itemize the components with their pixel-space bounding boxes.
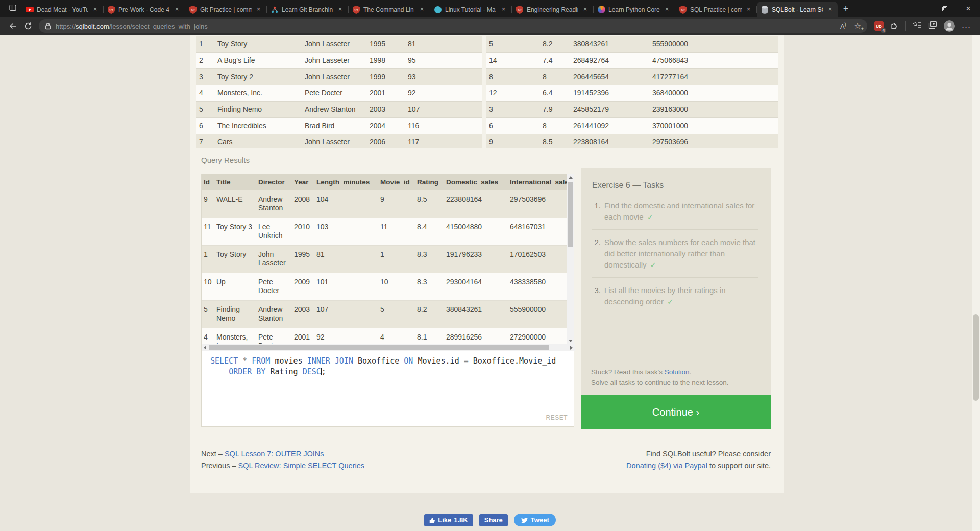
browser-tab[interactable]: Dead Meat - YouTu × — [22, 2, 103, 17]
table-row: 1Toy StoryJohn Lasseter199581 — [196, 36, 482, 52]
results-table: Id Title Director Year Length_minutes Mo… — [202, 174, 567, 344]
lock-icon — [45, 22, 51, 30]
extension-count-badge: 4 — [881, 28, 886, 33]
task-number: 2. — [592, 237, 601, 271]
previous-lesson-link[interactable]: SQL Review: Simple SELECT Queries — [238, 462, 364, 470]
facebook-share-button[interactable]: Share — [479, 514, 508, 526]
column-header: Id — [202, 174, 214, 190]
close-tab-icon[interactable]: × — [336, 6, 344, 13]
close-tab-icon[interactable]: × — [826, 6, 834, 13]
browser-tab[interactable]: </> The Command Lin × — [349, 2, 429, 17]
tab-title: Learn Git Branching — [282, 6, 333, 13]
reset-button[interactable]: RESET — [546, 414, 568, 421]
vertical-scroll-thumb[interactable] — [568, 182, 573, 247]
table-row: 68261441092370001000 — [486, 117, 778, 134]
check-icon: ✓ — [667, 297, 674, 306]
close-tab-icon[interactable]: × — [745, 6, 752, 13]
column-header: Length_minutes — [314, 174, 378, 190]
tab-actions-button[interactable] — [4, 1, 21, 16]
check-icon: ✓ — [647, 212, 654, 221]
close-tab-icon[interactable]: × — [581, 6, 589, 13]
page: 1Toy StoryJohn Lasseter1995812A Bug's Li… — [0, 35, 980, 531]
browser-tab[interactable]: </> Pre-Work - Code 4 × — [104, 2, 184, 17]
task-text: Find the domestic and international sale… — [604, 200, 758, 223]
task-item: 1. Find the domestic and international s… — [592, 193, 758, 229]
table-row: 10UpPete Docter2009101108.32930041644383… — [202, 273, 567, 301]
thumb-up-icon — [429, 517, 435, 523]
tab-title: The Command Lin — [363, 6, 415, 13]
scroll-left-icon[interactable] — [202, 344, 208, 351]
table-row: 4Monsters, Inc.Pete Docter20019248.12899… — [202, 328, 567, 345]
close-tab-icon[interactable]: × — [500, 6, 507, 13]
scroll-up-icon[interactable] — [567, 174, 574, 181]
continue-button[interactable]: Continue › — [581, 395, 771, 429]
tab-title: Dead Meat - YouTu — [37, 6, 88, 13]
lesson-nav-links: Next – SQL Lesson 7: OUTER JOINs Previou… — [201, 448, 364, 472]
favorite-star-icon[interactable]: ☆+ — [854, 21, 861, 31]
table-row: 6The IncrediblesBrad Bird2004116 — [196, 117, 482, 134]
task-item: 3. List all the movies by their ratings … — [592, 277, 758, 314]
solution-link[interactable]: Solution — [665, 368, 690, 376]
close-tab-icon[interactable]: × — [418, 6, 426, 13]
extension-badge[interactable]: UD4 — [874, 21, 884, 31]
new-tab-button[interactable]: + — [838, 1, 853, 16]
browser-tab[interactable]: Learn Python Core × — [594, 2, 674, 17]
collections-icon[interactable] — [928, 21, 937, 31]
social-buttons: Like1.8K Share Tweet — [0, 514, 980, 526]
scroll-down-icon[interactable] — [567, 337, 574, 344]
read-aloud-icon[interactable]: A) — [840, 22, 846, 30]
table-row: 11Toy Story 3Lee Unkrich2010103118.44150… — [202, 218, 567, 246]
back-button[interactable] — [5, 19, 20, 33]
close-tab-icon[interactable]: × — [173, 6, 181, 13]
task-number: 1. — [592, 200, 601, 223]
profile-avatar[interactable] — [944, 20, 955, 32]
table-row: 88206445654417277164 — [486, 68, 778, 85]
close-tab-icon[interactable]: × — [255, 6, 262, 13]
scroll-right-icon[interactable] — [568, 344, 575, 351]
table-row: 5Finding NemoAndrew Stanton2003107 — [196, 101, 482, 117]
minimize-button[interactable] — [910, 0, 933, 17]
restore-button[interactable] — [933, 0, 957, 17]
query-box: Id Title Director Year Length_minutes Mo… — [201, 174, 574, 427]
tab-title: SQLBolt - Learn SQ — [772, 6, 823, 13]
column-header: Year — [292, 174, 314, 190]
task-text: List all the movies by their ratings in … — [604, 285, 758, 307]
browser-tab-active[interactable]: SQLBolt - Learn SQ × — [757, 2, 838, 17]
close-icon: × — [966, 4, 970, 13]
horizontal-scroll-thumb[interactable] — [209, 345, 549, 350]
page-scroll-thumb[interactable] — [973, 314, 979, 401]
browser-tab[interactable]: Linux Tutorial - Ma × — [430, 2, 511, 17]
sololearn-icon — [597, 6, 605, 14]
table-row: 126.4191452396368400000 — [486, 85, 778, 101]
facebook-like-button[interactable]: Like1.8K — [424, 514, 473, 526]
next-lesson-link[interactable]: SQL Lesson 7: OUTER JOINs — [225, 450, 324, 458]
close-tab-icon[interactable]: × — [663, 6, 671, 13]
close-window-button[interactable]: × — [957, 0, 980, 17]
favorites-icon[interactable] — [913, 21, 922, 31]
address-bar[interactable]: https://sqlbolt.com/lesson/select_querie… — [39, 19, 867, 33]
extensions-puzzle-icon[interactable] — [890, 21, 899, 32]
refresh-button[interactable] — [20, 19, 36, 33]
browser-tab[interactable]: </> Engineering Readin × — [512, 2, 593, 17]
tab-title: Learn Python Core — [608, 6, 660, 13]
svg-text:</>: </> — [190, 8, 195, 11]
results-viewport: Id Title Director Year Length_minutes Mo… — [202, 174, 567, 344]
tweet-button[interactable]: Tweet — [514, 514, 556, 526]
settings-menu-icon[interactable]: ··· — [962, 22, 971, 31]
results-horizontal-scrollbar[interactable] — [202, 344, 575, 351]
browser-tab[interactable]: </> SQL Practice | comm × — [675, 2, 756, 17]
donate-link[interactable]: Donating ($4) via Paypal — [626, 462, 707, 470]
browser-toolbar: https://sqlbolt.com/lesson/select_querie… — [0, 17, 980, 35]
sql-editor[interactable]: SELECT * FROM movies INNER JOIN Boxoffic… — [202, 351, 574, 426]
minimize-icon — [919, 9, 924, 9]
browser-tab[interactable]: Learn Git Branching × — [267, 2, 348, 17]
sql-code: SELECT * FROM movies INNER JOIN Boxoffic… — [202, 351, 574, 377]
code-shield-icon: </> — [107, 6, 115, 14]
page-scrollbar[interactable] — [972, 35, 980, 531]
restore-icon — [942, 6, 947, 11]
results-vertical-scrollbar[interactable] — [567, 174, 574, 344]
browser-tab[interactable]: </> Git Practice | comm × — [185, 2, 266, 17]
svg-text:</>: </> — [109, 8, 113, 11]
close-tab-icon[interactable]: × — [91, 6, 99, 13]
tasks-title: Exercise 6 — Tasks — [592, 181, 758, 190]
